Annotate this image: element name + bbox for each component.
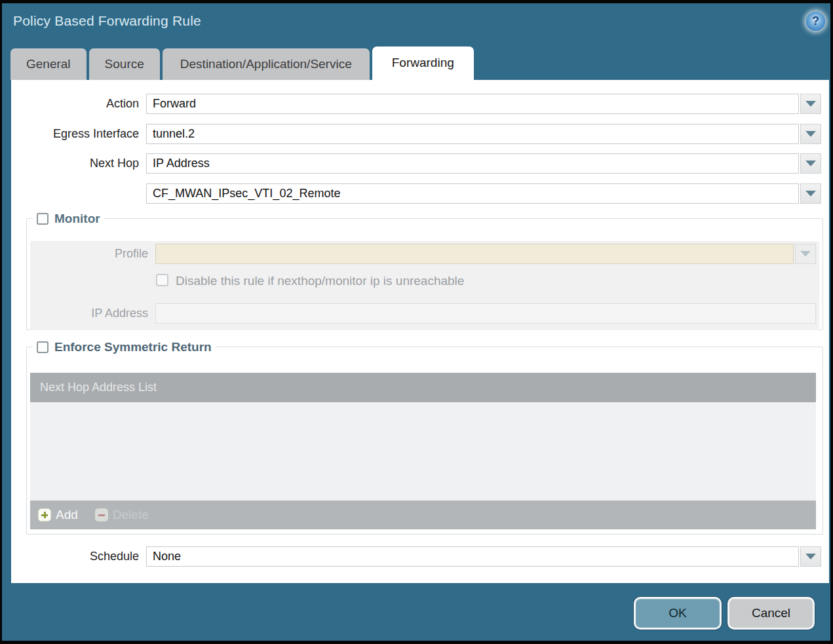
egress-interface-input[interactable]	[146, 124, 799, 144]
next-hop-address-combo	[146, 183, 821, 204]
enforce-symmetric-return-group: Enforce Symmetric Return Next Hop Addres…	[26, 347, 823, 535]
action-input[interactable]	[146, 94, 799, 114]
schedule-input[interactable]	[146, 546, 799, 567]
delete-button: Delete	[95, 508, 149, 522]
action-label: Action	[11, 94, 139, 114]
profile-input	[155, 244, 794, 264]
profile-label: Profile	[30, 244, 148, 264]
chevron-down-icon	[805, 161, 816, 166]
monitor-group: Monitor Profile Disable this rul	[26, 218, 823, 330]
monitor-ip-input	[155, 303, 816, 324]
egress-interface-combo	[146, 124, 821, 144]
help-icon[interactable]: ?	[806, 12, 825, 31]
schedule-label: Schedule	[11, 546, 139, 567]
next-hop-address-dropdown-button[interactable]	[800, 183, 821, 204]
next-hop-address-list-body[interactable]	[30, 402, 816, 501]
delete-button-label: Delete	[113, 508, 149, 522]
monitor-ip-label: IP Address	[30, 303, 148, 324]
forwarding-tab-panel: Action Egress Interface	[11, 80, 829, 583]
ok-button[interactable]: OK	[634, 597, 722, 630]
tab-bar: General Source Destination/Application/S…	[10, 47, 474, 80]
next-hop-label: Next Hop	[11, 153, 139, 174]
disable-rule-row: Disable this rule if nexthop/monitor ip …	[156, 274, 464, 288]
add-button[interactable]: Add	[38, 508, 78, 522]
egress-interface-row: Egress Interface	[11, 124, 821, 144]
egress-interface-label: Egress Interface	[11, 124, 139, 144]
action-dropdown-button[interactable]	[800, 94, 821, 114]
chevron-down-icon	[800, 251, 811, 257]
minus-icon	[95, 508, 108, 521]
next-hop-type-input[interactable]	[146, 153, 799, 174]
dialog-title: Policy Based Forwarding Rule	[13, 13, 201, 29]
action-combo	[146, 94, 821, 114]
schedule-dropdown-button[interactable]	[800, 546, 821, 567]
profile-row: Profile	[30, 244, 816, 264]
next-hop-combo	[146, 153, 821, 174]
disable-rule-label: Disable this rule if nexthop/monitor ip …	[176, 274, 464, 288]
enforce-symmetric-return-legend: Enforce Symmetric Return	[33, 340, 216, 354]
enforce-symmetric-return-checkbox[interactable]	[37, 341, 48, 353]
schedule-combo	[146, 546, 821, 567]
screen: Policy Based Forwarding Rule ? General S…	[0, 0, 833, 644]
add-button-label: Add	[56, 508, 78, 522]
egress-interface-dropdown-button[interactable]	[800, 124, 821, 144]
chevron-down-icon	[805, 191, 816, 197]
tab-source[interactable]: Source	[89, 48, 160, 80]
enforce-symmetric-return-title: Enforce Symmetric Return	[54, 340, 212, 354]
next-hop-address-list-table: Next Hop Address List Add Delete	[30, 373, 816, 529]
policy-based-forwarding-dialog: Policy Based Forwarding Rule ? General S…	[2, 3, 830, 641]
action-row: Action	[11, 94, 821, 114]
profile-dropdown-button	[795, 244, 816, 264]
next-hop-address-input[interactable]	[146, 183, 799, 204]
next-hop-address-list-toolbar: Add Delete	[30, 501, 816, 529]
monitor-legend: Monitor	[33, 212, 104, 226]
next-hop-address-row	[11, 183, 821, 204]
next-hop-dropdown-button[interactable]	[800, 153, 821, 174]
chevron-down-icon	[805, 554, 816, 559]
plus-icon	[38, 508, 51, 521]
monitor-ip-row: IP Address	[30, 303, 816, 324]
monitor-checkbox[interactable]	[37, 213, 48, 225]
tab-destination-application-service[interactable]: Destination/Application/Service	[163, 48, 370, 80]
chevron-down-icon	[805, 131, 816, 137]
cancel-button[interactable]: Cancel	[727, 597, 815, 630]
tab-forwarding[interactable]: Forwarding	[372, 47, 474, 80]
tab-general[interactable]: General	[10, 48, 87, 80]
next-hop-address-list-header: Next Hop Address List	[30, 373, 816, 402]
monitor-panel: Profile Disable this rule if nexthop/mon…	[30, 241, 819, 330]
next-hop-row: Next Hop	[11, 153, 821, 174]
chevron-down-icon	[805, 101, 816, 107]
schedule-row: Schedule	[11, 546, 821, 567]
monitor-group-title: Monitor	[54, 212, 100, 226]
disable-rule-checkbox[interactable]	[156, 274, 168, 286]
